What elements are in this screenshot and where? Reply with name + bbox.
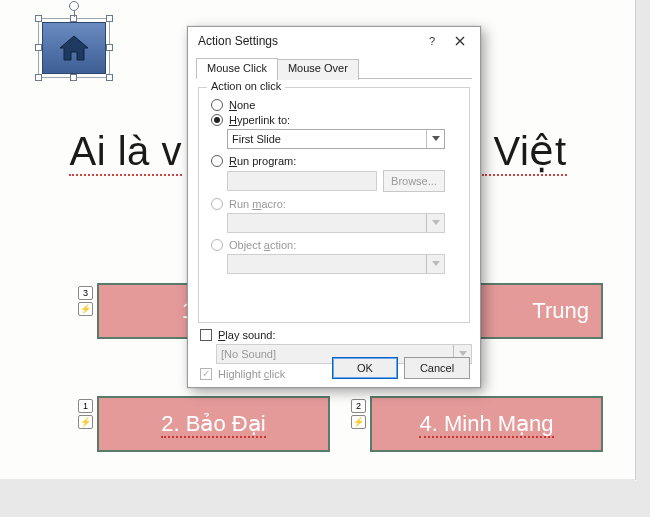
label-object-action: Object action: bbox=[229, 239, 296, 251]
checkbox-play-sound[interactable] bbox=[200, 329, 212, 341]
action-button-home-shape[interactable] bbox=[38, 18, 110, 78]
ok-button[interactable]: OK bbox=[332, 357, 398, 379]
run-program-textbox bbox=[227, 171, 377, 191]
object-action-combo bbox=[227, 254, 445, 274]
answer-box-4[interactable]: 4. Minh Mạng bbox=[370, 396, 603, 452]
radio-object-action bbox=[211, 239, 223, 251]
animation-order-tag[interactable]: 2 bbox=[351, 399, 366, 413]
answer-text: Trung bbox=[532, 298, 589, 324]
chevron-down-icon bbox=[426, 130, 444, 148]
animation-trigger-icon[interactable]: ⚡ bbox=[78, 302, 93, 316]
label-run-program: Run program: bbox=[229, 155, 296, 167]
answer-text: 2. Bảo Đại bbox=[161, 411, 265, 437]
browse-button: Browse... bbox=[383, 170, 445, 192]
radio-hyperlink[interactable] bbox=[211, 114, 223, 126]
action-on-click-group: Action on click None Hyperlink to: First… bbox=[198, 87, 470, 323]
chevron-down-icon bbox=[426, 255, 444, 273]
close-button[interactable] bbox=[446, 30, 474, 52]
chevron-down-icon bbox=[426, 214, 444, 232]
sound-value: [No Sound] bbox=[221, 348, 276, 360]
title-left: Ai là v bbox=[69, 129, 181, 176]
label-highlight-click: Highlight click bbox=[218, 368, 285, 380]
label-hyperlink: Hyperlink to: bbox=[229, 114, 290, 126]
animation-order-tag[interactable]: 1 bbox=[78, 399, 93, 413]
group-legend: Action on click bbox=[207, 80, 285, 92]
right-gutter bbox=[636, 0, 650, 517]
rotate-handle[interactable] bbox=[69, 1, 79, 11]
animation-trigger-icon[interactable]: ⚡ bbox=[78, 415, 93, 429]
radio-none[interactable] bbox=[211, 99, 223, 111]
radio-run-macro bbox=[211, 198, 223, 210]
label-run-macro: Run macro: bbox=[229, 198, 286, 210]
label-play-sound: Play sound: bbox=[218, 329, 276, 341]
help-button[interactable]: ? bbox=[418, 30, 446, 52]
label-none: None bbox=[229, 99, 255, 111]
action-settings-dialog: Action Settings ? Mouse Click Mouse Over… bbox=[187, 26, 481, 388]
answer-box-2[interactable]: 2. Bảo Đại bbox=[97, 396, 330, 452]
run-macro-combo bbox=[227, 213, 445, 233]
title-right: Việt bbox=[482, 129, 567, 176]
answer-text: 4. Minh Mạng bbox=[419, 411, 553, 437]
hyperlink-combo[interactable]: First Slide bbox=[227, 129, 445, 149]
tab-mouse-click[interactable]: Mouse Click bbox=[196, 58, 278, 79]
dialog-titlebar[interactable]: Action Settings ? bbox=[188, 27, 480, 55]
animation-trigger-icon[interactable]: ⚡ bbox=[351, 415, 366, 429]
dialog-tabs: Mouse Click Mouse Over bbox=[196, 57, 472, 79]
close-icon bbox=[455, 36, 465, 46]
checkbox-highlight-click bbox=[200, 368, 212, 380]
home-icon bbox=[42, 22, 106, 74]
dialog-title: Action Settings bbox=[198, 34, 418, 48]
tab-mouse-over[interactable]: Mouse Over bbox=[277, 59, 359, 80]
cancel-button[interactable]: Cancel bbox=[404, 357, 470, 379]
hyperlink-value: First Slide bbox=[232, 133, 281, 145]
bottom-gutter bbox=[0, 481, 650, 517]
animation-order-tag[interactable]: 3 bbox=[78, 286, 93, 300]
radio-run-program[interactable] bbox=[211, 155, 223, 167]
